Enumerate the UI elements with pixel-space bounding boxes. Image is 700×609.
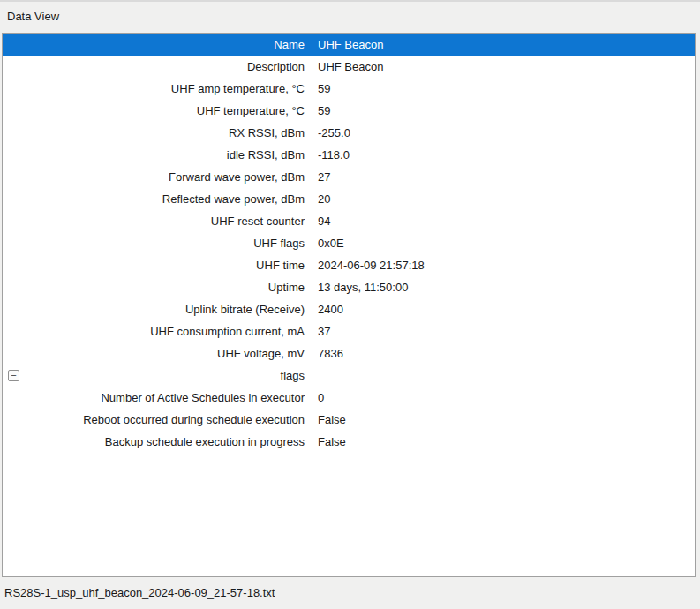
table-row[interactable]: UHF consumption current, mA 37	[3, 320, 695, 342]
table-row[interactable]: UHF time 2024-06-09 21:57:18	[3, 254, 695, 276]
row-value: 7836	[318, 347, 695, 360]
row-label: idle RSSI, dBm	[3, 148, 305, 162]
row-label: Reboot occurred during schedule executio…	[3, 413, 305, 426]
table-row[interactable]: UHF voltage, mV 7836	[3, 342, 695, 365]
table-row[interactable]: Number of Active Schedules in executor 0	[3, 387, 695, 409]
table-row[interactable]: Forward wave power, dBm 27	[3, 166, 695, 188]
row-label: Backup schedule execution in progress	[3, 435, 305, 448]
row-value: 59	[318, 82, 695, 95]
table-row[interactable]: Reboot occurred during schedule executio…	[3, 409, 695, 431]
row-value: 27	[318, 170, 695, 184]
table-row[interactable]: − flags	[3, 365, 695, 387]
row-value: 37	[318, 325, 695, 338]
table-row[interactable]: Backup schedule execution in progress Fa…	[3, 431, 695, 453]
collapse-icon[interactable]: −	[8, 370, 19, 381]
row-value: 0x0E	[318, 237, 695, 250]
row-label: Uplink bitrate (Receive)	[3, 303, 305, 316]
panel-title: Data View	[7, 10, 59, 23]
data-table: Name UHF Beacon Description UHF Beacon U…	[2, 33, 696, 577]
table-row[interactable]: RX RSSI, dBm -255.0	[3, 122, 695, 144]
row-label: UHF voltage, mV	[3, 347, 305, 360]
table-row[interactable]: UHF reset counter 94	[3, 210, 695, 232]
row-value: 2400	[318, 303, 695, 316]
row-label: Name	[3, 38, 305, 51]
row-value: UHF Beacon	[318, 38, 695, 51]
row-value: 13 days, 11:50:00	[318, 281, 695, 294]
row-value: -118.0	[318, 148, 695, 162]
row-value: UHF Beacon	[318, 60, 695, 73]
status-filename: RS28S-1_usp_uhf_beacon_2024-06-09_21-57-…	[4, 586, 275, 599]
table-row[interactable]: Description UHF Beacon	[3, 56, 695, 78]
row-label: Description	[3, 60, 305, 73]
row-value: 59	[318, 104, 695, 117]
table-row[interactable]: UHF temperature, °C 59	[3, 100, 695, 122]
row-label: UHF time	[3, 259, 305, 272]
row-value: 94	[318, 214, 695, 228]
row-value: False	[318, 435, 695, 448]
row-label: Forward wave power, dBm	[3, 170, 305, 184]
row-value: 20	[318, 192, 695, 206]
row-label: UHF reset counter	[3, 214, 305, 228]
row-label: Number of Active Schedules in executor	[3, 391, 305, 404]
status-bar: RS28S-1_usp_uhf_beacon_2024-06-09_21-57-…	[0, 578, 700, 609]
row-label: Reflected wave power, dBm	[3, 192, 305, 206]
window-top-edge	[0, 0, 700, 2]
row-value: 0	[318, 391, 695, 404]
row-label: UHF flags	[3, 237, 305, 250]
table-row[interactable]: Reflected wave power, dBm 20	[3, 188, 695, 210]
table-row[interactable]: Name UHF Beacon	[3, 34, 695, 56]
table-row[interactable]: UHF amp temperature, °C 59	[3, 78, 695, 100]
table-row[interactable]: Uplink bitrate (Receive) 2400	[3, 298, 695, 320]
table-row[interactable]: Uptime 13 days, 11:50:00	[3, 276, 695, 298]
table-row[interactable]: idle RSSI, dBm -118.0	[3, 144, 695, 166]
row-label: UHF temperature, °C	[3, 104, 305, 117]
row-label: UHF consumption current, mA	[3, 325, 305, 338]
row-value: False	[318, 413, 695, 426]
table-row[interactable]: UHF flags 0x0E	[3, 232, 695, 254]
groupbox-border-line	[71, 19, 697, 19]
row-label: Uptime	[3, 281, 305, 294]
row-value: -255.0	[318, 126, 695, 139]
row-label: flags	[3, 369, 305, 382]
row-label: UHF amp temperature, °C	[3, 82, 305, 95]
row-value: 2024-06-09 21:57:18	[318, 259, 695, 272]
row-label: RX RSSI, dBm	[3, 126, 305, 139]
